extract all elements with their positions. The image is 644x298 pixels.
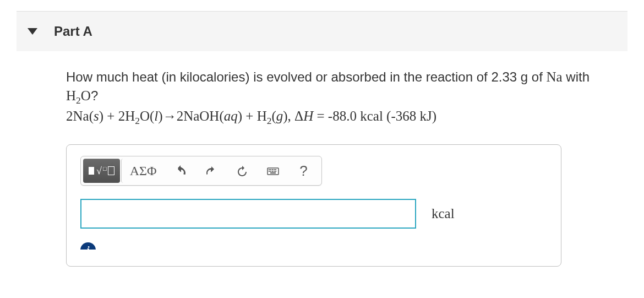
svg-rect-6 (269, 171, 270, 172)
question-na: Na (546, 69, 562, 84)
info-icon: i (80, 242, 96, 250)
svg-rect-1 (269, 169, 270, 170)
svg-rect-10 (275, 171, 276, 172)
svg-rect-5 (275, 169, 276, 170)
redo-icon (205, 164, 218, 177)
help-button[interactable]: ? (288, 159, 319, 183)
equation: 2Na(s) + 2H2O(l)→2NaOH(aq) + H2(g), ΔH =… (66, 109, 436, 123)
answer-unit: kcal (432, 206, 455, 221)
keyboard-icon (266, 164, 280, 177)
svg-rect-4 (274, 169, 275, 170)
answer-box: √□ ΑΣΦ ? (66, 144, 561, 267)
question-text: How much heat (in kilocalories) is evolv… (66, 68, 622, 128)
question-prompt: How much heat (in kilocalories) is evolv… (66, 69, 546, 84)
redo-button[interactable] (196, 159, 227, 183)
greek-button[interactable]: ΑΣΦ (121, 159, 165, 183)
part-header[interactable]: Part A (17, 11, 627, 51)
svg-rect-8 (272, 171, 273, 172)
question-area: How much heat (in kilocalories) is evolv… (17, 68, 627, 267)
svg-rect-3 (272, 169, 273, 170)
answer-input[interactable] (80, 199, 416, 229)
undo-button[interactable] (165, 159, 196, 183)
answer-row: kcal (80, 199, 547, 229)
undo-icon (174, 164, 187, 177)
svg-rect-9 (274, 171, 275, 172)
templates-icon: √□ (89, 165, 114, 177)
part-title: Part A (54, 24, 92, 39)
feedback-row: i (80, 242, 547, 250)
caret-down-icon (28, 28, 37, 35)
templates-button[interactable]: √□ (83, 159, 120, 183)
question-h-sub: 2 (76, 95, 81, 106)
keyboard-button[interactable] (258, 159, 288, 183)
question-h: H (66, 88, 76, 103)
svg-rect-7 (270, 171, 271, 172)
svg-rect-11 (270, 172, 276, 174)
reset-icon (236, 164, 249, 177)
reset-button[interactable] (227, 159, 258, 183)
svg-rect-2 (270, 169, 271, 170)
question-o: O (81, 88, 91, 103)
equation-toolbar: √□ ΑΣΦ ? (80, 156, 322, 186)
question-qmark: ? (91, 88, 98, 103)
question-with: with (563, 69, 590, 84)
